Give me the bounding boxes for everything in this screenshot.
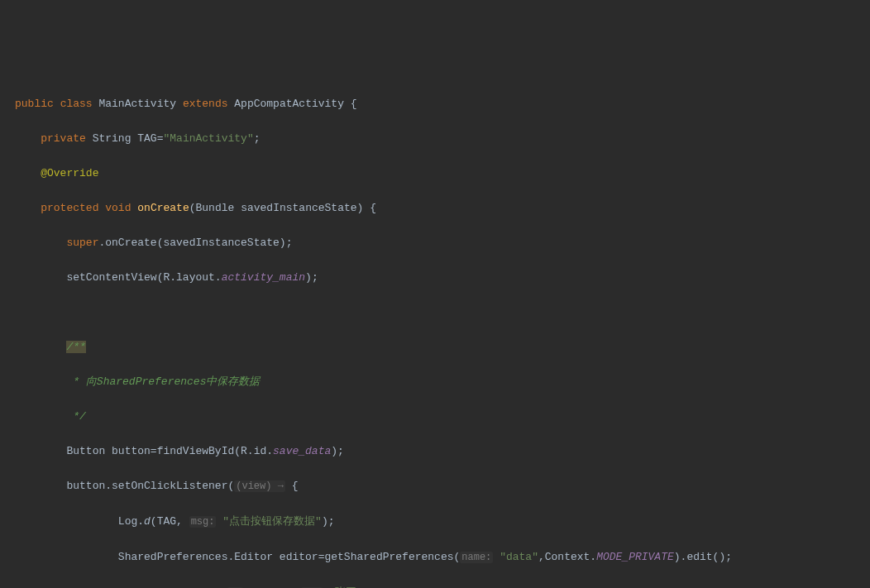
code-line: */ xyxy=(15,408,870,425)
code-line: protected void onCreate(Bundle savedInst… xyxy=(15,199,870,217)
code-line: setContentView(R.layout.activity_main); xyxy=(15,269,870,286)
code-line xyxy=(15,304,870,321)
code-line: * 向SharedPreferences中保存数据 xyxy=(15,373,870,390)
code-line: Button button=findViewById(R.id.save_dat… xyxy=(15,442,870,460)
code-line: super.onCreate(savedInstanceState); xyxy=(15,234,870,251)
code-line: Log.d(TAG, msg: "点击按钮保存数据"); xyxy=(15,513,870,531)
code-line: button.setOnClickListener((view) → { xyxy=(15,477,870,495)
code-line: SharedPreferences.Editor editor=getShare… xyxy=(15,548,870,566)
code-line: /** xyxy=(15,338,870,356)
code-line: private String TAG="MainActivity"; xyxy=(15,130,870,147)
code-line: editor.putString(s: "name", s1: "张三"); xyxy=(15,584,870,588)
code-line: @Override xyxy=(15,165,870,182)
code-line: public class MainActivity extends AppCom… xyxy=(15,95,870,112)
code-editor[interactable]: public class MainActivity extends AppCom… xyxy=(0,78,870,588)
